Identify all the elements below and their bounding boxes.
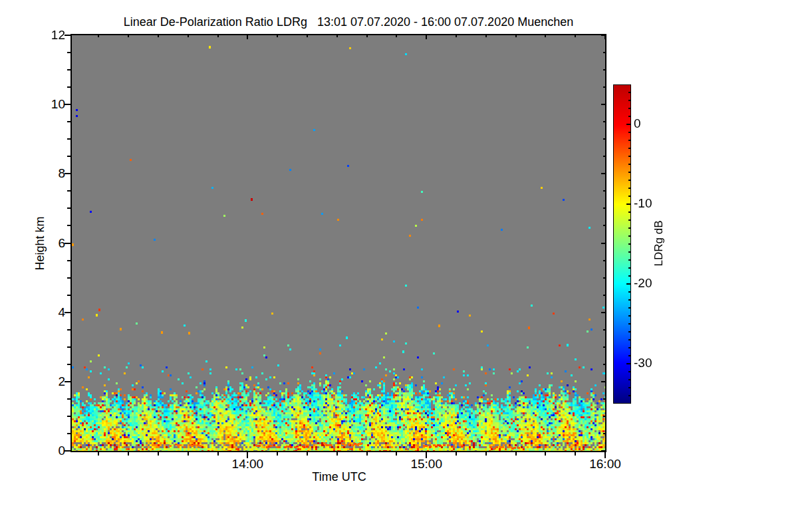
tick-mark xyxy=(217,35,219,37)
colorbar-tick-mark xyxy=(628,379,630,380)
tick-mark xyxy=(65,173,70,174)
tick-mark xyxy=(603,346,605,348)
tick-mark xyxy=(67,52,70,53)
tick-mark xyxy=(67,156,70,157)
tick-mark xyxy=(601,381,605,382)
tick-mark xyxy=(67,260,70,261)
tick-mark xyxy=(67,86,70,88)
colorbar-tick-mark xyxy=(628,315,630,317)
tick-mark xyxy=(128,35,129,37)
tick-mark xyxy=(67,225,70,226)
colorbar-tick-mark xyxy=(628,164,630,165)
tick-mark xyxy=(65,35,70,36)
tick-mark xyxy=(366,452,368,456)
colorbar-tick-mark xyxy=(628,267,630,269)
colorbar-tick-mark xyxy=(628,172,630,173)
tick-mark xyxy=(128,452,129,456)
tick-mark xyxy=(188,452,189,456)
tick-mark xyxy=(67,207,70,209)
colorbar-label: LDRg dB xyxy=(652,221,666,267)
tick-mark xyxy=(603,295,605,296)
colorbar-tick-mark xyxy=(628,116,630,117)
plot-frame xyxy=(70,34,606,452)
tick-mark xyxy=(67,398,70,400)
tick-mark xyxy=(485,35,487,37)
tick-mark xyxy=(601,35,605,36)
colorbar-tick-mark xyxy=(626,124,630,125)
colorbar-tick-mark xyxy=(628,140,630,141)
tick-mark xyxy=(601,173,605,174)
tick-mark xyxy=(307,452,308,456)
tick-mark xyxy=(67,295,70,296)
colorbar-tick-mark xyxy=(628,108,630,109)
tick-mark xyxy=(188,35,189,37)
tick-mark xyxy=(575,35,576,37)
tick-mark xyxy=(67,433,70,434)
tick-mark xyxy=(603,121,605,122)
tick-mark xyxy=(601,312,605,313)
tick-mark xyxy=(247,35,248,39)
tick-mark xyxy=(515,35,517,37)
colorbar-tick-mark xyxy=(628,259,630,261)
tick-mark xyxy=(158,35,159,37)
tick-mark xyxy=(456,35,457,37)
tick-mark xyxy=(67,346,70,348)
tick-mark xyxy=(603,277,605,279)
colorbar-tick-mark xyxy=(628,323,630,325)
colorbar-tick-label: 0 xyxy=(634,116,641,131)
tick-mark xyxy=(603,69,605,70)
tick-mark xyxy=(545,35,546,37)
colorbar-tick-mark xyxy=(628,180,630,181)
colorbar-tick-mark xyxy=(626,363,630,364)
tick-mark xyxy=(603,225,605,226)
chart-title: Linear De-Polarization Ratio LDRg 13:01 … xyxy=(124,15,573,29)
colorbar-tick-mark xyxy=(628,188,630,189)
tick-mark xyxy=(515,452,517,456)
y-tick-label: 2 xyxy=(32,374,65,389)
tick-mark xyxy=(603,364,605,365)
figure: Linear De-Polarization Ratio LDRg 13:01 … xyxy=(0,0,798,532)
colorbar-tick-mark xyxy=(628,211,630,213)
colorbar-tick-mark xyxy=(628,251,630,253)
colorbar-tick-mark xyxy=(628,243,630,245)
x-tick-label: 16:00 xyxy=(589,457,621,471)
colorbar-tick-mark xyxy=(628,219,630,221)
tick-mark xyxy=(603,433,605,434)
colorbar-tick-mark xyxy=(628,339,630,340)
tick-mark xyxy=(603,207,605,209)
y-tick-label: 4 xyxy=(32,305,65,320)
colorbar-tick-mark xyxy=(628,347,630,348)
tick-mark xyxy=(603,398,605,400)
tick-mark xyxy=(65,381,70,382)
tick-mark xyxy=(601,243,605,244)
tick-mark xyxy=(158,452,159,456)
tick-mark xyxy=(98,452,99,456)
colorbar-tick-mark xyxy=(628,100,630,101)
colorbar-tick-mark xyxy=(628,92,630,93)
tick-mark xyxy=(336,35,338,37)
x-axis-label: Time UTC xyxy=(312,470,366,484)
heatmap-canvas xyxy=(72,35,605,451)
tick-mark xyxy=(575,452,576,456)
y-tick-label: 10 xyxy=(32,97,65,112)
y-tick-label: 8 xyxy=(32,166,65,181)
tick-mark xyxy=(545,452,546,456)
tick-mark xyxy=(67,190,70,192)
tick-mark xyxy=(396,35,397,37)
tick-mark xyxy=(277,35,278,37)
tick-mark xyxy=(217,452,219,456)
tick-mark xyxy=(603,86,605,88)
y-tick-label: 12 xyxy=(32,28,65,43)
colorbar-tick-mark xyxy=(628,235,630,237)
tick-mark xyxy=(67,277,70,279)
colorbar-tick-mark xyxy=(628,395,630,396)
x-tick-label: 14:00 xyxy=(232,457,264,471)
y-tick-label: 0 xyxy=(32,444,65,458)
tick-mark xyxy=(426,35,427,39)
colorbar-tick-mark xyxy=(628,275,630,277)
colorbar-tick-mark xyxy=(628,291,630,293)
tick-mark xyxy=(601,104,605,105)
tick-mark xyxy=(603,156,605,157)
tick-mark xyxy=(67,364,70,365)
tick-mark xyxy=(307,35,308,37)
